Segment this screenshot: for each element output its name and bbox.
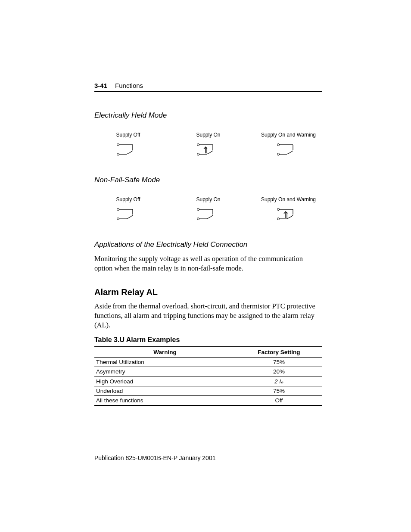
svg-point-12 xyxy=(277,144,279,146)
setting-cell: 75% xyxy=(236,358,322,367)
warning-cell: Thermal Utilization xyxy=(94,358,236,367)
section-applications: Applications of the Electrically Held Co… xyxy=(94,240,322,249)
relay-supply-on-warning: Supply On and Warning xyxy=(261,196,317,221)
svg-point-20 xyxy=(117,218,119,220)
svg-point-22 xyxy=(197,208,199,211)
table-title: Table 3.U Alarm Examples xyxy=(94,336,322,344)
diagram-row-non-fail-safe: Supply Off Supply On Supply On a xyxy=(94,196,322,221)
setting-cell: 20% xyxy=(236,367,322,376)
table-row: All these functions Off xyxy=(94,396,322,406)
relay-supply-off: Supply Off xyxy=(100,196,156,221)
heading-alarm-relay: Alarm Relay AL xyxy=(94,287,322,297)
section-electrically-held: Electrically Held Mode xyxy=(94,111,322,120)
publication-footer: Publication 825-UM001B-EN-P January 2001 xyxy=(94,454,215,461)
relay-label: Supply Off xyxy=(116,132,140,138)
page-number: 3-41 xyxy=(94,82,107,89)
warning-cell: All these functions xyxy=(94,396,236,406)
svg-point-25 xyxy=(197,218,199,220)
warning-cell: Asymmetry xyxy=(94,367,236,376)
relay-label: Supply On xyxy=(196,132,220,138)
relay-label: Supply On and Warning xyxy=(261,196,316,202)
relay-label: Supply On xyxy=(196,196,220,202)
svg-point-0 xyxy=(117,144,119,146)
relay-supply-on-warning: Supply On and Warning xyxy=(261,132,317,157)
relay-supply-off: Supply Off xyxy=(100,132,156,157)
svg-point-27 xyxy=(277,208,279,211)
relay-open-icon xyxy=(196,206,221,221)
table-row: Asymmetry 20% xyxy=(94,367,322,376)
setting-cell: 2 Iₑ xyxy=(236,376,322,386)
relay-label: Supply On and Warning xyxy=(261,132,316,138)
svg-point-15 xyxy=(277,153,279,156)
col-warning: Warning xyxy=(94,347,236,358)
relay-closed-arrow-icon xyxy=(196,141,221,157)
warning-cell: Underload xyxy=(94,386,236,396)
table-row: Thermal Utilization 75% xyxy=(94,358,322,367)
chapter-name: Functions xyxy=(115,82,143,89)
svg-point-8 xyxy=(197,153,199,156)
table-row: Underload 75% xyxy=(94,386,322,396)
svg-point-3 xyxy=(117,153,119,156)
setting-cell: 75% xyxy=(236,386,322,396)
relay-open-icon xyxy=(115,206,141,221)
section-non-fail-safe: Non-Fail-Safe Mode xyxy=(94,176,322,184)
alarm-relay-body: Aside from the thermal overload, short-c… xyxy=(94,302,322,330)
running-header: 3-41 Functions xyxy=(94,82,322,92)
relay-label: Supply Off xyxy=(116,196,140,202)
applications-body: Monitoring the supply voltage as well as… xyxy=(94,254,322,274)
diagram-row-electrically-held: Supply Off Supply On xyxy=(94,132,322,157)
relay-supply-on: Supply On xyxy=(181,132,237,157)
warning-cell: High Overload xyxy=(94,376,236,386)
svg-point-30 xyxy=(277,218,279,220)
relay-open-icon xyxy=(276,141,302,157)
relay-closed-arrow-icon xyxy=(276,206,302,221)
svg-point-17 xyxy=(117,208,119,211)
setting-cell: Off xyxy=(236,396,322,406)
svg-point-5 xyxy=(197,144,199,146)
col-factory-setting: Factory Setting xyxy=(236,347,322,358)
relay-open-icon xyxy=(115,141,141,157)
relay-supply-on: Supply On xyxy=(181,196,237,221)
table-row: High Overload 2 Iₑ xyxy=(94,376,322,386)
alarm-examples-table: Warning Factory Setting Thermal Utilizat… xyxy=(94,346,322,406)
